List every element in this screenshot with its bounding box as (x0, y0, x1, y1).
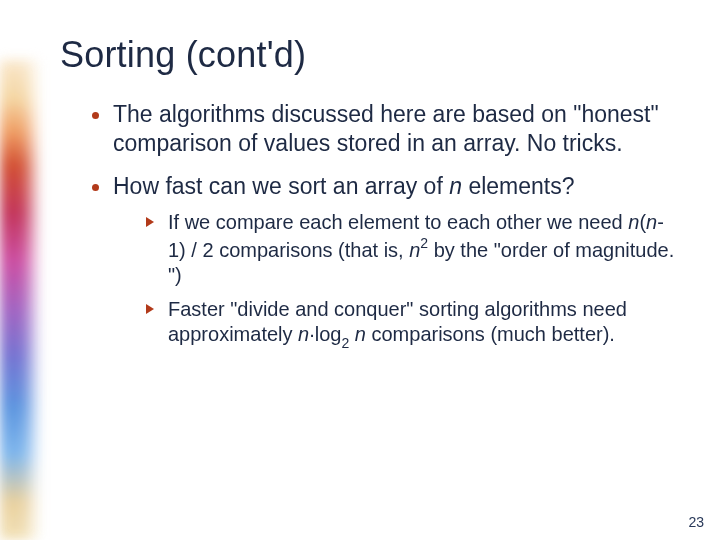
bullet-2: How fast can we sort an array of n eleme… (92, 172, 680, 201)
subbullet-2-2: Faster "divide and conquer" sorting algo… (146, 297, 680, 352)
slide-title: Sorting (cont'd) (60, 34, 680, 76)
page-number: 23 (688, 514, 704, 530)
bullet-icon (92, 112, 99, 119)
bullet-2-text: How fast can we sort an array of n eleme… (113, 172, 575, 201)
subbullet-icon (146, 304, 154, 314)
bullet-1-text: The algorithms discussed here are based … (113, 100, 680, 158)
subbullet-icon (146, 217, 154, 227)
bullet-icon (92, 184, 99, 191)
subbullet-2-1: If we compare each element to each other… (146, 210, 680, 288)
subbullet-2-1-text: If we compare each element to each other… (168, 210, 680, 288)
slide-body: Sorting (cont'd) The algorithms discusse… (0, 0, 720, 540)
bullet-1: The algorithms discussed here are based … (92, 100, 680, 158)
subbullet-2-2-text: Faster "divide and conquer" sorting algo… (168, 297, 680, 352)
